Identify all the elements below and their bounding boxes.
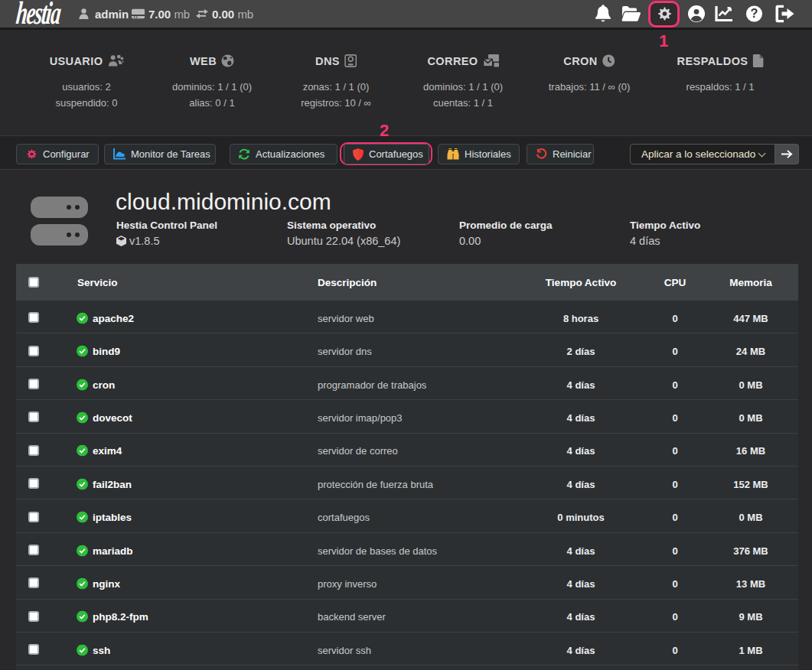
svg-text:?: ? [751,6,758,20]
